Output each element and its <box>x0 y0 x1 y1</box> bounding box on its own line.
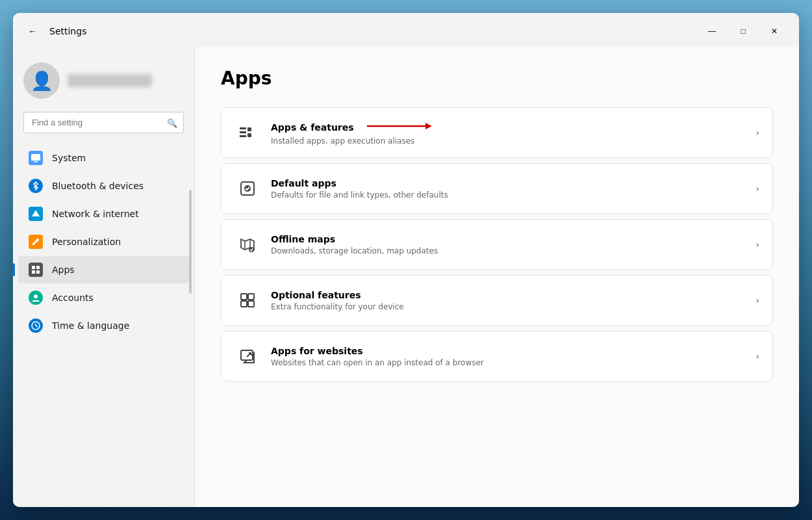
default-apps-icon <box>235 176 260 202</box>
settings-list: Apps & features Installed apps, app exec… <box>221 107 773 382</box>
search-box: 🔍 <box>23 112 184 133</box>
bluetooth-icon <box>29 179 43 193</box>
titlebar-title: Settings <box>49 26 86 36</box>
titlebar: ← Settings — □ ✕ <box>13 13 799 47</box>
sidebar: 👤 🔍 System <box>13 47 195 507</box>
apps-icon <box>29 263 43 277</box>
sidebar-item-label-time: Time & language <box>52 320 129 331</box>
apps-websites-icon <box>235 343 260 369</box>
svg-rect-14 <box>240 135 246 137</box>
svg-marker-18 <box>425 123 432 129</box>
personalization-icon <box>29 235 43 249</box>
sidebar-item-accounts[interactable]: Accounts <box>18 284 189 311</box>
default-apps-desc: Defaults for file and link types, other … <box>271 190 748 200</box>
sidebar-item-label-personalization: Personalization <box>52 237 121 247</box>
offline-maps-icon <box>235 231 260 257</box>
svg-rect-24 <box>241 294 247 300</box>
svg-rect-7 <box>36 270 40 274</box>
maximize-button[interactable]: □ <box>729 21 757 42</box>
page-title: Apps <box>221 68 773 89</box>
minimize-button[interactable]: — <box>698 21 726 42</box>
svg-rect-30 <box>241 350 253 360</box>
svg-rect-13 <box>240 131 246 133</box>
sidebar-item-time[interactable]: Time & language <box>18 312 189 339</box>
svg-rect-25 <box>248 294 254 300</box>
optional-features-icon <box>235 287 260 313</box>
sidebar-nav: System Bluetooth & devices Network & int… <box>13 144 194 340</box>
default-apps-title: Default apps <box>271 178 748 188</box>
content-area: 👤 🔍 System <box>13 47 799 507</box>
apps-features-icon <box>235 120 260 146</box>
svg-point-8 <box>34 294 38 298</box>
apps-features-text: Apps & features Installed apps, app exec… <box>271 120 748 146</box>
titlebar-left: ← Settings <box>23 22 698 40</box>
profile-section: 👤 <box>13 57 194 112</box>
svg-rect-4 <box>32 266 35 269</box>
sidebar-item-personalization[interactable]: Personalization <box>18 228 189 255</box>
svg-rect-12 <box>240 127 246 129</box>
sidebar-item-label-accounts: Accounts <box>52 292 94 303</box>
svg-rect-6 <box>32 270 35 274</box>
avatar: 👤 <box>23 62 60 99</box>
svg-rect-5 <box>36 266 40 269</box>
apps-websites-text: Apps for websites Websites that can open… <box>271 346 748 367</box>
svg-point-3 <box>36 239 39 241</box>
svg-rect-15 <box>247 127 251 131</box>
svg-rect-26 <box>241 301 247 307</box>
optional-features-text: Optional features Extra functionality fo… <box>271 290 748 311</box>
offline-maps-chevron: › <box>755 239 759 250</box>
settings-item-apps-websites[interactable]: Apps for websites Websites that can open… <box>221 331 773 382</box>
back-button[interactable]: ← <box>23 22 42 40</box>
sidebar-scrollbar[interactable] <box>189 190 192 294</box>
settings-item-apps-features[interactable]: Apps & features Installed apps, app exec… <box>221 107 773 158</box>
sidebar-item-bluetooth[interactable]: Bluetooth & devices <box>18 172 189 200</box>
settings-window: ← Settings — □ ✕ 👤 🔍 <box>13 13 799 507</box>
svg-line-11 <box>36 326 38 327</box>
network-icon <box>29 207 43 221</box>
red-arrow-annotation <box>361 120 438 135</box>
system-icon <box>29 151 43 165</box>
sidebar-item-label-network: Network & internet <box>52 209 139 219</box>
default-apps-chevron: › <box>755 183 759 194</box>
sidebar-item-label-bluetooth: Bluetooth & devices <box>52 181 144 191</box>
optional-features-title: Optional features <box>271 290 748 300</box>
close-button[interactable]: ✕ <box>760 21 789 42</box>
sidebar-item-network[interactable]: Network & internet <box>18 200 189 228</box>
sidebar-item-label-apps: Apps <box>52 265 75 275</box>
main-content: Apps Apps & <box>195 47 799 507</box>
settings-item-default-apps[interactable]: Default apps Defaults for file and link … <box>221 163 773 214</box>
nav-list: System Bluetooth & devices Network & int… <box>13 144 194 339</box>
svg-rect-0 <box>31 154 40 161</box>
svg-rect-27 <box>248 301 254 307</box>
apps-websites-desc: Websites that can open in an app instead… <box>271 358 748 367</box>
user-icon: 👤 <box>31 70 53 92</box>
sidebar-item-apps[interactable]: Apps <box>18 256 189 283</box>
search-input[interactable] <box>23 112 184 133</box>
default-apps-text: Default apps Defaults for file and link … <box>271 178 748 200</box>
window-controls: — □ ✕ <box>698 21 789 42</box>
apps-features-chevron: › <box>755 127 759 138</box>
apps-features-title: Apps & features <box>271 120 748 135</box>
optional-features-desc: Extra functionality for your device <box>271 302 748 311</box>
apps-features-desc: Installed apps, app execution aliases <box>271 136 748 146</box>
apps-websites-title: Apps for websites <box>271 346 748 356</box>
offline-maps-desc: Downloads, storage location, map updates <box>271 246 748 255</box>
svg-marker-2 <box>32 210 40 216</box>
username-display <box>68 74 152 87</box>
svg-rect-16 <box>247 133 251 137</box>
settings-item-optional-features[interactable]: Optional features Extra functionality fo… <box>221 275 773 326</box>
settings-item-offline-maps[interactable]: Offline maps Downloads, storage location… <box>221 219 773 270</box>
offline-maps-text: Offline maps Downloads, storage location… <box>271 234 748 255</box>
apps-websites-chevron: › <box>755 351 759 361</box>
accounts-icon <box>29 291 43 305</box>
offline-maps-title: Offline maps <box>271 234 748 244</box>
time-icon <box>29 318 43 333</box>
sidebar-item-label-system: System <box>52 153 86 163</box>
optional-features-chevron: › <box>755 295 759 306</box>
svg-rect-1 <box>34 161 38 162</box>
sidebar-item-system[interactable]: System <box>18 144 189 172</box>
